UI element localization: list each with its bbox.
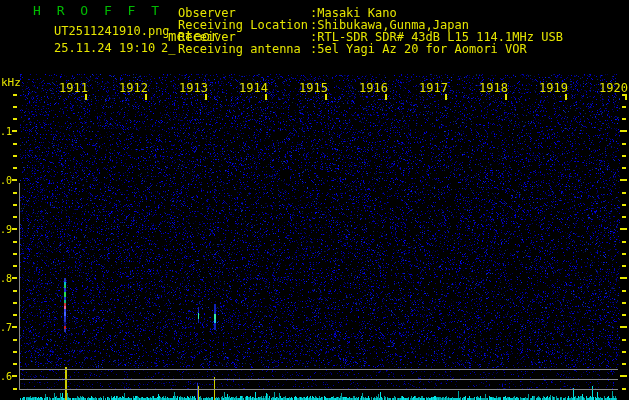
spectrogram-canvas: [0, 0, 629, 400]
freq-tick-left: [13, 241, 17, 243]
time-label: 1911: [58, 83, 88, 94]
freq-tick-right: [622, 167, 626, 169]
time-label: 1917: [418, 83, 448, 94]
freq-tick-right: [622, 290, 626, 292]
freq-tick-left: [13, 192, 17, 194]
freq-tick-left: [13, 155, 17, 157]
freq-tick-left: [13, 106, 17, 108]
freq-tick-right: [622, 253, 626, 255]
freq-tick-left: [13, 143, 17, 145]
freq-tick-left: [12, 130, 17, 132]
freq-tick-right: [620, 179, 627, 181]
time-label: 1916: [358, 83, 388, 94]
time-label: 1920: [598, 83, 628, 94]
freq-tick-right: [622, 143, 626, 145]
freq-unit-label: kHz: [1, 77, 21, 88]
freq-tick-left: [12, 326, 17, 328]
freq-tick-right: [620, 375, 627, 377]
freq-tick-right: [622, 216, 626, 218]
freq-tick-left: [13, 204, 17, 206]
freq-tick-left: [13, 118, 17, 120]
strip-line-top: [19, 369, 618, 370]
freq-tick-right: [622, 351, 626, 353]
freq-tick-left: [13, 265, 17, 267]
freq-tick-right: [622, 204, 626, 206]
freq-label: 1.1: [0, 126, 12, 137]
freq-tick-left: [13, 253, 17, 255]
freq-tick-left: [13, 351, 17, 353]
freq-tick-right: [622, 241, 626, 243]
freq-tick-right: [622, 155, 626, 157]
freq-tick-left: [12, 375, 17, 377]
field-receiver: Receiver :RTL-SDR SDR# 43dB L15 114.1MHz…: [0, 30, 629, 42]
freq-tick-right: [620, 326, 627, 328]
freq-tick-right: [622, 106, 626, 108]
freq-tick-right: [622, 192, 626, 194]
time-label: 1912: [118, 83, 148, 94]
time-label: 1913: [178, 83, 208, 94]
freq-tick-left: [13, 167, 17, 169]
freq-tick-left: [13, 388, 17, 390]
strip-line-bottom: [19, 389, 618, 390]
time-label: 1918: [478, 83, 508, 94]
freq-label: 0.7: [0, 322, 12, 333]
freq-tick-left: [12, 277, 17, 279]
freq-label: 1.0: [0, 175, 12, 186]
freq-tick-left: [13, 363, 17, 365]
field-receiving-location: Receiving Location :Shibukawa,Gunma,Japa…: [0, 18, 629, 30]
freq-tick-left: [13, 216, 17, 218]
freq-tick-right: [622, 314, 626, 316]
freq-tick-right: [622, 363, 626, 365]
freq-tick-left: [12, 228, 17, 230]
freq-tick-left: [13, 302, 17, 304]
freq-tick-right: [620, 277, 627, 279]
field-receiving-antenna-label: Receiving antenna: [178, 42, 301, 56]
freq-tick-right: [620, 228, 627, 230]
hrofft-window: H R O F F T UT2511241910.png meteor 25.1…: [0, 0, 629, 400]
time-label: 1914: [238, 83, 268, 94]
freq-tick-left: [13, 339, 17, 341]
freq-tick-right: [622, 265, 626, 267]
freq-tick-left: [13, 314, 17, 316]
freq-tick-right: [622, 302, 626, 304]
plot-left-border: [19, 183, 20, 390]
freq-tick-left: [13, 94, 17, 96]
freq-tick-left: [12, 179, 17, 181]
freq-tick-right: [622, 388, 626, 390]
field-observer: Observer :Masaki Kano: [0, 6, 629, 18]
freq-label: 0.9: [0, 224, 12, 235]
freq-tick-right: [622, 339, 626, 341]
freq-tick-right: [622, 118, 626, 120]
freq-tick-right: [620, 130, 627, 132]
freq-label: 0.6: [0, 371, 12, 382]
time-label: 1919: [538, 83, 568, 94]
field-receiving-antenna: Receiving antenna :5el Yagi Az 20 for Ao…: [0, 42, 629, 54]
freq-tick-left: [13, 290, 17, 292]
time-label: 1915: [298, 83, 328, 94]
strip-line-middle: [19, 379, 618, 380]
field-receiving-antenna-value: :5el Yagi Az 20 for Aomori VOR: [310, 42, 527, 56]
freq-label: 0.8: [0, 273, 12, 284]
